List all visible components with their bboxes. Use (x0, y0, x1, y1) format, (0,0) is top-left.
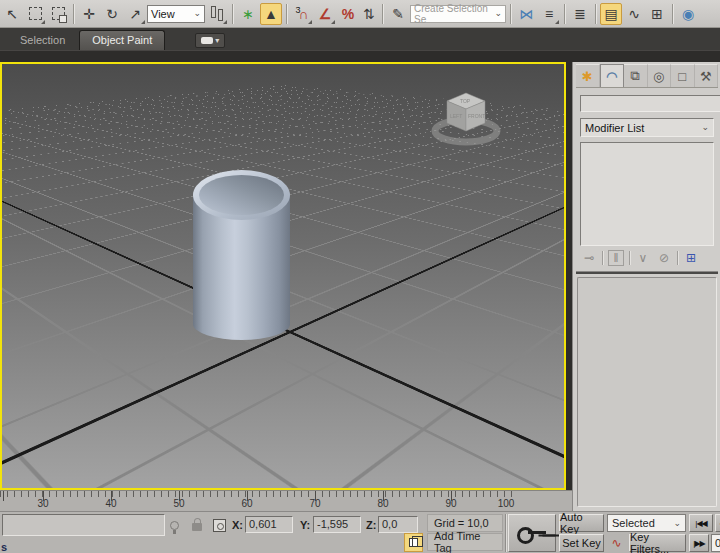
tab-modify[interactable]: ◠ (600, 64, 625, 87)
toolbar-separator (232, 4, 233, 24)
named-selection-sets-value: Create Selection Se (414, 3, 494, 25)
command-panel: ✱ ◠ ⧉ ◎ □ ⚒ Modifier List ⌄ ⊸ ‖ ∨ ⊘ ⊞ (572, 62, 720, 511)
perspective-viewport[interactable]: TOP LEFT FRONT (0, 62, 566, 490)
snaps-count-label: 3 (295, 5, 300, 15)
set-key-button[interactable]: Set Key (559, 534, 604, 552)
z-coordinate-field[interactable]: 0,0 (378, 516, 418, 533)
current-frame-field[interactable]: 0 (711, 534, 720, 552)
show-end-result-button[interactable]: ‖ (608, 250, 624, 266)
stack-toolbar-separator (677, 251, 678, 265)
angle-snap-toggle-button[interactable]: ∠ (314, 3, 336, 25)
toolbar-separator (286, 4, 287, 24)
stack-toolbar-separator (629, 251, 630, 265)
viewcube-front-label: FRONT (468, 113, 485, 119)
snaps-toggle-button[interactable]: 3∩ (291, 3, 313, 25)
select-and-scale-button[interactable]: ↗ (124, 3, 146, 25)
isolate-selection-toggle[interactable] (404, 533, 423, 552)
viewcube-top-label: TOP (460, 98, 471, 104)
auto-key-button[interactable]: Auto Key (559, 514, 604, 532)
default-tangent-button[interactable]: ∿ (607, 534, 626, 552)
keyboard-shortcut-override-toggle[interactable]: ▲ (260, 3, 282, 25)
toolbar-separator (595, 4, 596, 24)
reference-coordinate-system-value: View (151, 8, 175, 20)
reference-coordinate-system-dropdown[interactable]: View ⌄ (147, 5, 205, 23)
set-keys-button[interactable] (508, 514, 556, 552)
graphite-ribbon: Selection Object Paint ▾ (0, 28, 720, 62)
configure-modifier-sets-button[interactable]: ⊞ (683, 250, 699, 266)
tab-create[interactable]: ✱ (576, 64, 600, 87)
viewport-column: TOP LEFT FRONT 30405060708090100 (0, 62, 572, 511)
select-and-move-button[interactable]: ✛ (78, 3, 100, 25)
percent-snap-toggle-button[interactable]: % (337, 3, 359, 25)
tab-motion[interactable]: ◎ (648, 64, 672, 87)
y-coordinate-field[interactable]: -1,595 (313, 516, 361, 533)
angle-snap-icon: ∠ (319, 6, 332, 22)
make-unique-button[interactable]: ∨ (635, 250, 651, 266)
remove-modifier-button[interactable]: ⊘ (656, 250, 672, 266)
ribbon-minimize-button[interactable]: ▾ (195, 33, 225, 48)
edit-named-selection-sets-button[interactable]: ✎ (387, 3, 409, 25)
window-crossing-toggle-button[interactable] (47, 3, 69, 25)
object-name-input[interactable] (580, 95, 720, 112)
key-filters-button[interactable]: Key Filters... (629, 534, 686, 552)
x-coordinate-field[interactable]: 0,601 (245, 516, 293, 533)
schematic-view-button[interactable]: ⊞ (646, 3, 668, 25)
tab-hierarchy[interactable]: ⧉ (624, 64, 648, 87)
mirror-button[interactable]: ⋈ (515, 3, 537, 25)
chevron-down-icon: ⌄ (494, 9, 502, 18)
stack-toolbar-separator (602, 251, 603, 265)
layer-manager-button[interactable]: ≣ (569, 3, 591, 25)
adaptive-degradation-button[interactable] (166, 517, 182, 533)
main-toolbar: ↖ ✛ ↻ ↗ View ⌄ ∗ ▲ 3∩ ∠ % ⇅ ✎ Create Sel… (0, 0, 720, 28)
curve-editor-button[interactable]: ∿ (623, 3, 645, 25)
material-editor-button[interactable]: ◉ (677, 3, 699, 25)
lock-icon (192, 523, 202, 531)
select-object-button[interactable]: ↖ (1, 3, 23, 25)
modifier-stack-list[interactable] (580, 142, 714, 246)
tab-selection[interactable]: Selection (8, 31, 77, 50)
align-button[interactable]: ≡ (538, 3, 560, 25)
status-left-text: s (1, 541, 7, 553)
select-and-rotate-button[interactable]: ↻ (101, 3, 123, 25)
key-icon (517, 526, 547, 540)
tube-object[interactable] (193, 170, 290, 340)
select-and-manipulate-button[interactable]: ∗ (237, 3, 259, 25)
toolbar-separator (672, 4, 673, 24)
key-filter-scope-dropdown[interactable]: Selected ⌄ (607, 514, 686, 532)
use-pivot-point-center-button[interactable] (206, 3, 228, 25)
panel-separator (576, 271, 718, 274)
dashed-region-icon (29, 7, 42, 20)
tube-inner-wall (199, 175, 284, 215)
selection-lock-toggle[interactable] (189, 517, 205, 533)
previous-frame-button[interactable]: ◀ (715, 514, 720, 532)
modifier-list-dropdown[interactable]: Modifier List ⌄ (580, 118, 714, 137)
pin-stack-button[interactable]: ⊸ (581, 250, 597, 266)
chevron-down-icon: ⌄ (673, 519, 681, 528)
absolute-offset-mode-toggle[interactable] (211, 517, 227, 533)
prompt-line (2, 514, 165, 536)
timeline-frame-number: 80 (377, 498, 388, 509)
spinner-snap-toggle-button[interactable]: ⇅ (360, 3, 378, 25)
crossing-cube-icon (59, 15, 67, 23)
tab-display[interactable]: □ (671, 64, 695, 87)
viewcube[interactable]: TOP LEFT FRONT (426, 86, 506, 146)
tab-utilities[interactable]: ⚒ (695, 64, 719, 87)
command-panel-tabs: ✱ ◠ ⧉ ◎ □ ⚒ (576, 64, 718, 88)
go-to-start-button[interactable]: |◀◀ (689, 514, 713, 532)
rectangular-selection-region-button[interactable] (24, 3, 46, 25)
add-time-tag[interactable]: Add Time Tag (427, 533, 503, 551)
chevron-down-icon: ⌄ (193, 9, 201, 18)
timeline-frame-number: 30 (37, 498, 48, 509)
graphite-ribbon-toggle-button[interactable]: ▤ (600, 3, 622, 25)
tab-object-paint[interactable]: Object Paint (79, 30, 165, 50)
ribbon-pill-icon (201, 37, 213, 44)
timeline-track-bar[interactable]: 30405060708090100 (0, 490, 572, 511)
viewcube-left-label: LEFT (450, 113, 462, 119)
named-selection-sets-dropdown[interactable]: Create Selection Se ⌄ (410, 5, 506, 23)
lightbulb-icon (170, 521, 179, 530)
key-filter-scope-value: Selected (612, 517, 655, 529)
absolute-mode-icon (213, 519, 226, 532)
motion-icon: ◎ (653, 69, 664, 84)
dashed-region-icon (52, 7, 65, 20)
key-mode-toggle-button[interactable]: |▶▶ (689, 534, 709, 552)
